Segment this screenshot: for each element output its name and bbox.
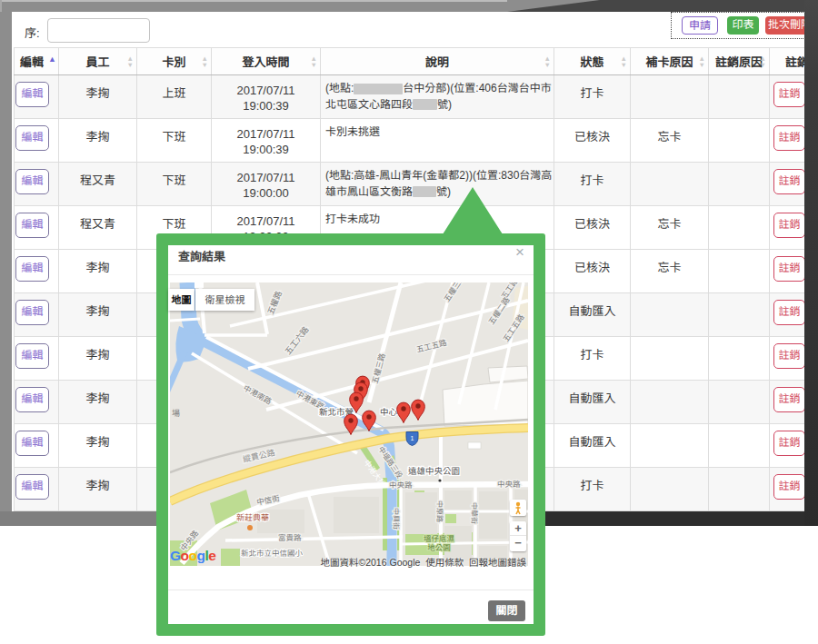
svg-text:遠雄中央公園: 遠雄中央公園: [408, 466, 460, 476]
svg-text:富貴路: 富貴路: [278, 533, 302, 542]
svg-text:新莊典華: 新莊典華: [236, 513, 269, 522]
svg-text:中央路: 中央路: [389, 481, 413, 490]
svg-text:中央路: 中央路: [497, 480, 521, 489]
svg-text:塭仔底濕: 塭仔底濕: [424, 534, 455, 543]
svg-text:1: 1: [411, 435, 414, 441]
svg-text:新北市立中信國小: 新北市立中信國小: [241, 549, 304, 558]
svg-text:場: 場: [172, 409, 180, 418]
svg-text:中華街: 中華街: [470, 502, 478, 524]
svg-text:中心: 中心: [380, 407, 398, 417]
svg-text:地公園: 地公園: [427, 543, 451, 552]
svg-text:中原路: 中原路: [435, 500, 444, 522]
svg-text:中興街: 中興街: [392, 508, 400, 530]
